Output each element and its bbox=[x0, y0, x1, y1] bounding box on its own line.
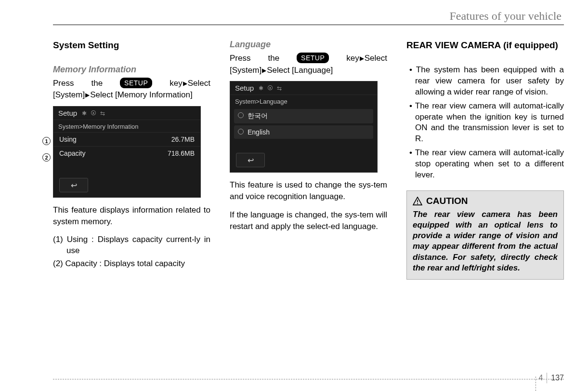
callout-2: 2 bbox=[42, 153, 51, 162]
bullet-item: The rear view camera will automat-ically… bbox=[406, 101, 564, 145]
instruction-language: Press the SETUP key▶Select [System]▶Sele… bbox=[230, 53, 387, 76]
caution-title-text: CAUTION bbox=[426, 196, 468, 206]
page-separator bbox=[547, 373, 547, 383]
triangle-icon: ▶ bbox=[360, 54, 364, 63]
bullet-item: The rear view camera will automat-ically… bbox=[406, 148, 564, 181]
language-description-1: This feature is used to change the sys-t… bbox=[230, 179, 387, 202]
radio-icon bbox=[238, 112, 244, 118]
page-number-value: 137 bbox=[551, 374, 564, 382]
row-label: Using bbox=[59, 135, 77, 143]
text: Press bbox=[230, 53, 250, 65]
column-2: Language Press the SETUP key▶Select [Sys… bbox=[230, 40, 387, 280]
text: key▶Select bbox=[346, 53, 387, 65]
screenshot-language: Setup ✱ ⦿ ⇆ System>Language 한국어 English bbox=[230, 81, 387, 173]
screen-breadcrumb: System>Language bbox=[230, 95, 377, 107]
instruction-line-2: [System]▶Select [Language] bbox=[230, 65, 387, 77]
setup-key-badge: SETUP bbox=[120, 78, 152, 88]
rear-view-bullets: The system has been equipped with a rear… bbox=[406, 65, 564, 181]
status-icons: ✱ ⦿ ⇆ bbox=[82, 110, 105, 117]
memory-description: This feature displays information relate… bbox=[53, 204, 210, 228]
callout-1: 1 bbox=[42, 137, 51, 145]
signal-icon: ⦿ bbox=[267, 85, 273, 92]
text: key▶Select bbox=[170, 78, 210, 90]
screenshot-memory: 1 2 Setup ✱ ⦿ ⇆ System>Memory Informatio… bbox=[53, 106, 210, 198]
column-1: System Setting Memory Information Press … bbox=[53, 40, 210, 280]
row-label: English bbox=[238, 128, 270, 136]
setup-key-badge: SETUP bbox=[297, 53, 329, 63]
row-label: 한국어 bbox=[238, 112, 268, 121]
column-3: REAR VIEW CAMERA (if equipped) The syste… bbox=[406, 40, 564, 280]
header-rule bbox=[53, 25, 564, 25]
text: the bbox=[91, 78, 103, 90]
caution-box: CAUTION The rear view camera has been eq… bbox=[406, 190, 564, 280]
screen-title: Setup bbox=[235, 84, 254, 92]
screen-topbar: Setup ✱ ⦿ ⇆ bbox=[53, 107, 200, 120]
text: Press bbox=[53, 78, 74, 90]
back-button: ↩ bbox=[59, 178, 88, 192]
row-label: Capacity bbox=[59, 149, 85, 157]
bullet-item: The system has been equipped with a rear… bbox=[406, 65, 564, 98]
language-description-2: If the language is changed, the sys-tem … bbox=[230, 209, 387, 232]
instruction-line-1: Press the SETUP key▶Select bbox=[53, 78, 210, 90]
page-number: 4 137 bbox=[538, 373, 564, 383]
section-title-rear-view: REAR VIEW CAMERA (if equipped) bbox=[406, 40, 564, 51]
triangle-icon: ▶ bbox=[262, 67, 266, 75]
manual-page: Features of your vehicle System Setting … bbox=[0, 0, 588, 391]
section-number: 4 bbox=[538, 374, 543, 382]
footer-vdash bbox=[536, 377, 536, 391]
bluetooth-icon: ✱ bbox=[259, 85, 263, 92]
subsection-language: Language bbox=[230, 40, 387, 50]
numbered-item-1: (1) Using : Displays capacity current-ly… bbox=[53, 234, 210, 256]
caution-header: CAUTION bbox=[413, 196, 558, 206]
text: the bbox=[268, 53, 279, 65]
screen-breadcrumb: System>Memory Information bbox=[53, 120, 200, 132]
instruction-memory: Press the SETUP key▶Select [System]▶Sele… bbox=[53, 78, 210, 101]
row-value: 26.7MB bbox=[171, 135, 195, 143]
memory-row-using: Using 26.7MB bbox=[53, 132, 200, 146]
warning-icon bbox=[413, 197, 422, 205]
instruction-line-1: Press the SETUP key▶Select bbox=[230, 53, 387, 65]
caution-body: The rear view camera has been equipped w… bbox=[413, 209, 558, 273]
device-screen: Setup ✱ ⦿ ⇆ System>Language 한국어 English bbox=[230, 81, 378, 173]
device-screen: Setup ✱ ⦿ ⇆ System>Memory Information Us… bbox=[53, 106, 201, 198]
svg-point-1 bbox=[417, 203, 418, 204]
chapter-title: Features of your vehicle bbox=[53, 10, 564, 23]
screen-title: Setup bbox=[58, 109, 77, 117]
status-icons: ✱ ⦿ ⇆ bbox=[259, 85, 282, 92]
page-footer: 4 137 bbox=[53, 379, 564, 380]
back-button: ↩ bbox=[236, 153, 265, 167]
triangle-icon: ▶ bbox=[183, 80, 187, 88]
bluetooth-icon: ✱ bbox=[82, 110, 87, 117]
link-icon: ⇆ bbox=[100, 110, 105, 117]
instruction-line-2: [System]▶Select [Memory Information] bbox=[53, 89, 210, 101]
screen-topbar: Setup ✱ ⦿ ⇆ bbox=[230, 81, 377, 95]
language-option-korean: 한국어 bbox=[234, 109, 373, 123]
radio-icon bbox=[238, 129, 244, 135]
signal-icon: ⦿ bbox=[91, 110, 96, 117]
content-columns: System Setting Memory Information Press … bbox=[53, 40, 564, 280]
triangle-icon: ▶ bbox=[85, 91, 90, 99]
row-value: 718.6MB bbox=[168, 149, 195, 157]
link-icon: ⇆ bbox=[277, 85, 282, 92]
footer-dashline bbox=[53, 379, 564, 379]
numbered-item-2: (2) Capacity : Displays total capacity bbox=[53, 258, 210, 270]
subsection-memory-information: Memory Information bbox=[53, 65, 210, 75]
section-title-system-setting: System Setting bbox=[53, 40, 210, 51]
memory-row-capacity: Capacity 718.6MB bbox=[53, 146, 200, 160]
language-option-english: English bbox=[234, 125, 373, 139]
